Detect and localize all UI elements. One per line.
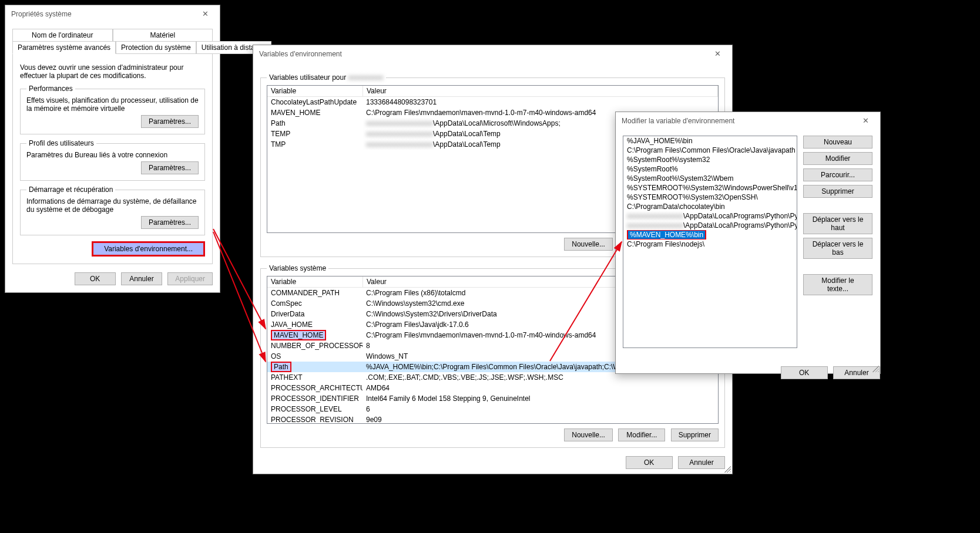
delete-entry-button[interactable]: Supprimer	[803, 185, 872, 198]
close-icon[interactable]: ✕	[192, 5, 219, 23]
sys-delete-button[interactable]: Supprimer	[671, 429, 719, 441]
system-properties-window: Propriétés système ✕ Nom de l'ordinateur…	[5, 5, 220, 293]
sys-new-button[interactable]: Nouvelle...	[564, 429, 613, 441]
ok-button[interactable]: OK	[626, 456, 673, 469]
admin-note: Vous devez ouvrir une session d'administ…	[20, 63, 205, 80]
close-icon[interactable]: ✕	[852, 112, 879, 130]
startup-legend: Démarrage et récupération	[26, 185, 115, 194]
close-icon[interactable]: ✕	[704, 45, 731, 63]
list-item[interactable]: C:\Program Files\Common Files\Oracle\Jav…	[623, 146, 797, 155]
window-title: Variables d'environnement	[259, 50, 342, 58]
list-item[interactable]: C:\ProgramData\chocolatey\bin	[623, 202, 797, 211]
user-profile-legend: Profil des utilisateurs	[26, 139, 96, 147]
list-item[interactable]: xxxxxxxxxxxxxxxx\AppData\Local\Programs\…	[623, 211, 797, 221]
table-row[interactable]: PROCESSOR_REVISION9e09	[267, 414, 718, 424]
system-variables-legend: Variables système	[267, 264, 328, 272]
performance-group: Performances Effets visuels, planificati…	[20, 85, 205, 134]
startup-settings-button[interactable]: Paramètres...	[141, 216, 199, 229]
user-variables-legend: Variables utilisateur pour xxxxxxxxxx	[267, 73, 386, 82]
titlebar[interactable]: Propriétés système ✕	[5, 5, 220, 23]
ok-button[interactable]: OK	[781, 366, 828, 379]
environment-variables-button[interactable]: Variables d'environnement...	[93, 243, 203, 255]
move-up-button[interactable]: Déplacer vers le haut	[803, 213, 872, 234]
list-item[interactable]: %SystemRoot%	[623, 164, 797, 174]
browse-button[interactable]: Parcourir...	[803, 168, 872, 181]
table-row[interactable]: PROCESSOR_IDENTIFIERIntel64 Family 6 Mod…	[267, 393, 718, 404]
move-down-button[interactable]: Déplacer vers le bas	[803, 238, 872, 259]
resize-grip-icon[interactable]	[723, 464, 731, 473]
table-row[interactable]: ChocolateyLastPathUpdate1333684480983237…	[267, 97, 718, 107]
sys-edit-button[interactable]: Modifier...	[618, 429, 665, 441]
user-profile-settings-button[interactable]: Paramètres...	[141, 161, 199, 174]
user-profile-desc: Paramètres du Bureau liés à votre connex…	[26, 151, 199, 159]
resize-grip-icon[interactable]	[871, 364, 879, 372]
tab-hardware[interactable]: Matériel	[113, 29, 213, 42]
window-title: Propriétés système	[11, 10, 72, 18]
envvars-highlight: Variables d'environnement...	[92, 241, 205, 257]
ok-button[interactable]: OK	[75, 272, 116, 285]
startup-desc: Informations de démarrage du système, de…	[26, 197, 199, 214]
titlebar[interactable]: Modifier la variable d'environnement ✕	[616, 112, 880, 130]
list-item[interactable]: %SYSTEMROOT%\System32\WindowsPowerShell\…	[623, 183, 797, 193]
performance-legend: Performances	[26, 85, 75, 93]
tab-computer-name[interactable]: Nom de l'ordinateur	[12, 29, 113, 42]
tab-system-protection[interactable]: Protection du système	[116, 41, 196, 54]
cancel-button[interactable]: Annuler	[121, 272, 162, 285]
table-row[interactable]: PROCESSOR_ARCHITECTUREAMD64	[267, 383, 718, 393]
edit-env-variable-window: Modifier la variable d'environnement ✕ %…	[615, 112, 881, 374]
list-item[interactable]: %SYSTEMROOT%\System32\OpenSSH\	[623, 193, 797, 202]
new-entry-button[interactable]: Nouveau	[803, 136, 872, 149]
list-item[interactable]: xxxxxxxxxxxxxxxx\AppData\Local\Programs\…	[623, 221, 797, 230]
user-new-button[interactable]: Nouvelle...	[564, 238, 613, 251]
list-item[interactable]: %SystemRoot%\system32	[623, 155, 797, 164]
tab-advanced[interactable]: Paramètres système avancés	[12, 41, 116, 54]
list-item[interactable]: %SystemRoot%\System32\Wbem	[623, 174, 797, 183]
list-item[interactable]: %JAVA_HOME%\bin	[623, 136, 797, 146]
titlebar[interactable]: Variables d'environnement ✕	[253, 45, 732, 63]
col-variable[interactable]: Variable	[267, 276, 363, 288]
apply-button[interactable]: Appliquer	[167, 272, 213, 285]
window-title: Modifier la variable d'environnement	[622, 117, 734, 125]
performance-desc: Effets visuels, planification du process…	[26, 96, 199, 113]
edit-entry-button[interactable]: Modifier	[803, 152, 872, 165]
cancel-button[interactable]: Annuler	[678, 456, 725, 469]
tabstrip: Nom de l'ordinateur Matériel Paramètres …	[12, 29, 213, 53]
list-item[interactable]: %MAVEN_HOME%\bin	[623, 230, 797, 239]
col-value[interactable]: Valeur	[363, 86, 718, 97]
path-entries-listbox[interactable]: %JAVA_HOME%\binC:\Program Files\Common F…	[623, 136, 797, 348]
table-row[interactable]: PROCESSOR_LEVEL6	[267, 404, 718, 414]
user-profile-group: Profil des utilisateurs Paramètres du Bu…	[20, 139, 205, 181]
startup-group: Démarrage et récupération Informations d…	[20, 185, 205, 235]
col-variable[interactable]: Variable	[267, 86, 363, 97]
performance-settings-button[interactable]: Paramètres...	[141, 115, 199, 128]
edit-text-button[interactable]: Modifier le texte...	[803, 274, 872, 295]
list-item[interactable]: C:\Program Files\nodejs\	[623, 239, 797, 249]
